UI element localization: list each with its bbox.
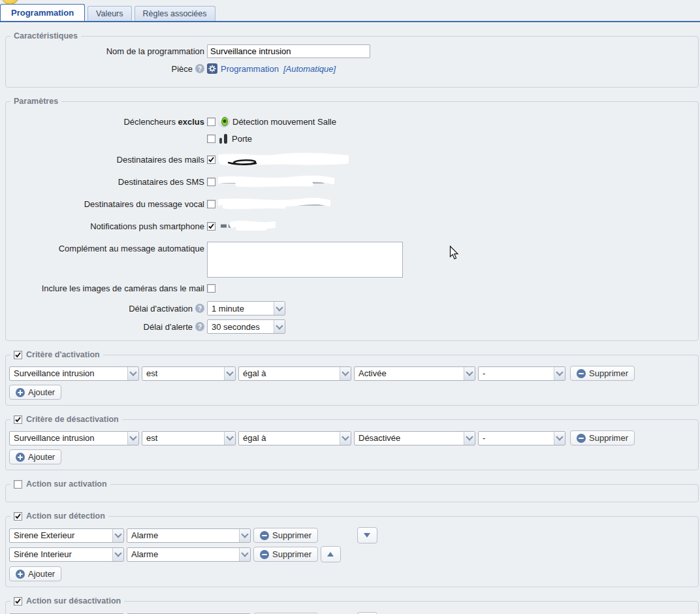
section-parametres: Paramètres Déclencheurs exclus Détection… bbox=[5, 97, 699, 341]
critere-activation-checkbox[interactable] bbox=[14, 351, 22, 359]
redacted-value bbox=[218, 219, 276, 233]
chevron-down-icon bbox=[340, 432, 351, 445]
complement-textarea[interactable] bbox=[207, 242, 403, 278]
redacted-value bbox=[218, 197, 330, 210]
action-desactivation-checkbox[interactable] bbox=[14, 597, 22, 606]
critere-extra-select[interactable]: - bbox=[478, 366, 565, 381]
critere-value-select[interactable]: Activée bbox=[354, 366, 475, 381]
section-action-detection: Action sur détection Sirene Exterieur Al… bbox=[5, 511, 699, 587]
critere-operator-select[interactable]: égal à bbox=[238, 431, 351, 445]
declencheurs-label-bold: exclus bbox=[178, 117, 204, 127]
action-value-select[interactable]: Alarme bbox=[127, 547, 251, 562]
chevron-down-icon bbox=[340, 367, 351, 380]
ajouter-button[interactable]: Ajouter bbox=[9, 449, 61, 464]
delai-activation-select[interactable]: 1 minute bbox=[207, 301, 285, 315]
chevron-down-icon bbox=[554, 367, 565, 380]
tab-programmation[interactable]: Programmation bbox=[0, 4, 85, 21]
plus-circle-icon bbox=[16, 570, 25, 579]
section-title: Critère de désactivation bbox=[26, 415, 119, 424]
supprimer-button[interactable]: Supprimer bbox=[570, 366, 635, 381]
action-value-select[interactable]: Alarme bbox=[127, 528, 251, 543]
move-down-button[interactable] bbox=[357, 527, 377, 543]
vocal-checkbox[interactable] bbox=[207, 200, 215, 208]
chevron-down-icon bbox=[112, 529, 123, 542]
cameras-checkbox[interactable] bbox=[207, 284, 215, 293]
door-sensor-icon bbox=[219, 133, 229, 144]
ajouter-button[interactable]: Ajouter bbox=[9, 566, 61, 581]
delai-alerte-select[interactable]: 30 secondes bbox=[207, 319, 285, 334]
declencheur-name: Détection mouvement Salle bbox=[232, 117, 336, 127]
nom-label: Nom de la programmation bbox=[9, 46, 204, 56]
minus-circle-icon bbox=[260, 531, 269, 540]
help-icon[interactable] bbox=[195, 322, 204, 331]
critere-extra-select[interactable]: - bbox=[478, 431, 565, 445]
mouse-cursor bbox=[449, 246, 459, 260]
declencheur-checkbox[interactable] bbox=[207, 135, 215, 143]
action-activation-checkbox[interactable] bbox=[14, 480, 22, 489]
action-detection-checkbox[interactable] bbox=[14, 512, 22, 521]
section-critere-desactivation: Critère de désactivation Surveillance in… bbox=[5, 415, 699, 470]
minus-circle-icon bbox=[260, 550, 269, 559]
piece-label: Pièce bbox=[171, 64, 193, 74]
chevron-down-icon bbox=[127, 367, 138, 380]
triangle-up-icon bbox=[327, 552, 334, 557]
piece-link-text: Programmation bbox=[221, 64, 279, 74]
chevron-down-icon bbox=[224, 432, 235, 445]
mails-label: Destinataires des mails bbox=[9, 155, 204, 165]
section-title: Critère d'activation bbox=[26, 350, 100, 359]
chevron-down-icon bbox=[224, 367, 235, 380]
triangle-down-icon bbox=[364, 533, 370, 538]
supprimer-button[interactable]: Supprimer bbox=[253, 528, 318, 543]
sms-label: Destinataires des SMS bbox=[9, 177, 204, 187]
section-action-desactivation: Action sur désactivation Sirene Exterieu… bbox=[5, 596, 699, 614]
move-up-button[interactable] bbox=[321, 546, 341, 562]
delai-alerte-label: Délai d'alerte bbox=[144, 322, 193, 332]
complement-label: Complément au message automatique bbox=[9, 242, 204, 253]
piece-link[interactable]: Programmation [Automatique] bbox=[207, 63, 336, 74]
vocal-label: Destinataires du message vocal bbox=[9, 199, 204, 209]
chevron-down-icon bbox=[464, 432, 475, 445]
section-title: Action sur activation bbox=[26, 479, 107, 489]
mails-checkbox[interactable] bbox=[207, 155, 215, 164]
critere-value-select[interactable]: Désactivée bbox=[354, 431, 475, 445]
action-device-select[interactable]: Sirene Exterieur bbox=[9, 528, 124, 543]
critere-desactivation-checkbox[interactable] bbox=[14, 415, 22, 424]
declencheur-checkbox[interactable] bbox=[207, 118, 215, 126]
tab-bar: Programmation Valeurs Règles associées bbox=[0, 5, 700, 22]
declencheurs-label: Déclencheurs bbox=[123, 117, 176, 127]
section-title: Action sur détection bbox=[26, 511, 105, 521]
chevron-down-icon bbox=[239, 548, 250, 561]
section-title: Caractéristiques bbox=[14, 31, 78, 40]
section-title: Action sur désactivation bbox=[26, 596, 121, 606]
tab-regles-associees[interactable]: Règles associées bbox=[135, 6, 215, 21]
nom-input[interactable] bbox=[207, 44, 370, 58]
critere-operator-select[interactable]: égal à bbox=[238, 366, 351, 381]
ajouter-button[interactable]: Ajouter bbox=[9, 385, 61, 400]
tab-valeurs[interactable]: Valeurs bbox=[88, 6, 131, 21]
chevron-down-icon bbox=[239, 529, 250, 542]
cameras-label: Inclure les images de caméras dans le ma… bbox=[9, 283, 204, 293]
section-critere-activation: Critère d'activation Surveillance intrus… bbox=[5, 350, 699, 406]
chevron-down-icon bbox=[554, 432, 565, 445]
help-icon[interactable] bbox=[195, 304, 204, 313]
critere-device-select[interactable]: Surveillance intrusion bbox=[9, 431, 139, 445]
chevron-down-icon bbox=[464, 367, 475, 380]
critere-verb-select[interactable]: est bbox=[142, 366, 236, 381]
critere-device-select[interactable]: Surveillance intrusion bbox=[9, 366, 139, 381]
section-caracteristiques: Caractéristiques Nom de la programmation… bbox=[5, 31, 699, 88]
motion-sensor-icon bbox=[218, 116, 230, 127]
supprimer-button[interactable]: Supprimer bbox=[570, 430, 635, 445]
chevron-down-icon bbox=[274, 320, 285, 333]
supprimer-button[interactable]: Supprimer bbox=[253, 547, 318, 562]
help-icon[interactable] bbox=[195, 64, 204, 73]
delai-activation-label: Délai d'activation bbox=[129, 304, 193, 314]
redacted-value bbox=[218, 175, 334, 188]
minus-circle-icon bbox=[577, 434, 586, 443]
action-device-select[interactable]: Siréne Interieur bbox=[9, 547, 124, 562]
sms-checkbox[interactable] bbox=[207, 178, 215, 186]
plus-circle-icon bbox=[16, 453, 25, 462]
critere-verb-select[interactable]: est bbox=[142, 431, 236, 445]
plus-circle-icon bbox=[16, 388, 25, 397]
push-checkbox[interactable] bbox=[207, 222, 215, 231]
chevron-down-icon bbox=[274, 302, 285, 315]
